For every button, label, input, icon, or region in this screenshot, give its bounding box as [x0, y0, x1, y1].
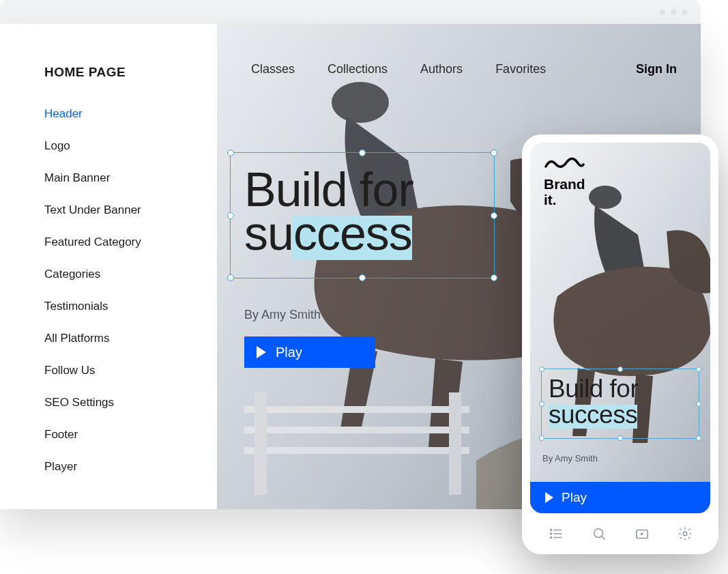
mobile-hero-selection[interactable]: Build for success — [541, 369, 699, 439]
window-dot[interactable] — [682, 10, 687, 15]
play-icon — [257, 346, 266, 358]
mobile-hero-heading[interactable]: Build for success — [542, 369, 699, 427]
svg-point-1 — [332, 82, 389, 123]
svg-point-12 — [550, 530, 551, 531]
brand-text: Brand it. — [544, 177, 585, 207]
svg-rect-5 — [254, 392, 267, 495]
svg-marker-18 — [641, 532, 644, 536]
play-label: Play — [276, 345, 302, 360]
sidebar-item-logo[interactable]: Logo — [44, 139, 217, 153]
hero-heading[interactable]: Build for success — [231, 153, 494, 256]
search-icon[interactable] — [592, 526, 607, 541]
svg-rect-4 — [244, 447, 469, 454]
sidebar-item-featured-category[interactable]: Featured Category — [44, 235, 217, 249]
sidebar-item-testimonials[interactable]: Testimonials — [44, 300, 217, 313]
resize-handle-br[interactable] — [491, 274, 497, 281]
nav-classes[interactable]: Classes — [251, 62, 295, 76]
sidebar-item-text-under-banner[interactable]: Text Under Banner — [44, 203, 217, 217]
nav-collections[interactable]: Collections — [327, 62, 388, 76]
sidebar-item-header[interactable]: Header — [44, 107, 217, 121]
play-button[interactable]: Play — [244, 336, 375, 368]
sidebar-title: HOME PAGE — [44, 65, 217, 80]
svg-point-14 — [550, 537, 551, 539]
svg-line-16 — [602, 536, 605, 539]
nav-favorites[interactable]: Favorites — [495, 62, 546, 76]
resize-handle-ml[interactable] — [227, 212, 234, 219]
sidebar: HOME PAGE Header Logo Main Banner Text U… — [0, 24, 217, 509]
brand-logo-icon — [544, 156, 585, 170]
resize-handle-bm[interactable] — [617, 435, 623, 441]
resize-handle-tm[interactable] — [617, 367, 623, 372]
resize-handle-tr[interactable] — [491, 149, 497, 156]
sidebar-item-footer[interactable]: Footer — [44, 428, 217, 442]
mobile-screen: Brand it. Build for success By Amy Smith — [530, 143, 710, 513]
sidebar-item-all-platforms[interactable]: All Platforms — [44, 332, 217, 345]
mobile-tabbar — [522, 513, 718, 554]
hero-line2: success — [244, 207, 412, 260]
mobile-hero-line2: success — [549, 401, 637, 429]
sidebar-item-main-banner[interactable]: Main Banner — [44, 171, 217, 185]
browser-titlebar — [0, 0, 701, 24]
hero-byline: By Amy Smith — [244, 308, 321, 322]
resize-handle-tm[interactable] — [359, 149, 366, 156]
brand-line1: Brand — [544, 177, 585, 192]
mobile-byline: By Amy Smith — [542, 453, 598, 463]
window-dot[interactable] — [671, 10, 676, 15]
sidebar-item-seo-settings[interactable]: SEO Settings — [44, 396, 217, 410]
resize-handle-tl[interactable] — [539, 367, 544, 372]
resize-handle-bm[interactable] — [359, 274, 366, 281]
video-icon[interactable] — [635, 526, 650, 541]
resize-handle-tr[interactable] — [696, 367, 701, 372]
sign-in-link[interactable]: Sign In — [636, 62, 677, 76]
sidebar-item-follow-us[interactable]: Follow Us — [44, 364, 217, 377]
svg-point-8 — [589, 186, 622, 209]
resize-handle-bl[interactable] — [539, 435, 544, 441]
svg-point-19 — [683, 532, 687, 536]
mobile-hero-line1: Build for — [549, 376, 692, 402]
brand-line2: it. — [544, 192, 585, 208]
resize-handle-bl[interactable] — [227, 274, 234, 281]
hero-text-selection[interactable]: Build for success — [230, 152, 495, 278]
resize-handle-ml[interactable] — [539, 401, 544, 407]
nav-authors[interactable]: Authors — [420, 62, 463, 76]
play-icon — [545, 492, 553, 503]
mobile-play-button[interactable]: Play — [530, 482, 710, 513]
hero-line1: Build for — [244, 168, 480, 212]
list-icon[interactable] — [549, 526, 564, 541]
svg-point-13 — [550, 533, 551, 534]
svg-rect-2 — [244, 406, 469, 413]
sidebar-item-player[interactable]: Player — [44, 460, 217, 474]
mobile-brand: Brand it. — [544, 156, 585, 207]
sidebar-item-categories[interactable]: Categories — [44, 268, 217, 281]
svg-rect-6 — [449, 392, 461, 495]
resize-handle-mr[interactable] — [696, 401, 701, 407]
resize-handle-mr[interactable] — [491, 212, 497, 219]
window-controls — [660, 10, 687, 15]
svg-rect-3 — [244, 427, 469, 433]
svg-point-15 — [594, 529, 602, 538]
gear-icon[interactable] — [678, 526, 693, 541]
mobile-preview: Brand it. Build for success By Amy Smith — [522, 134, 718, 554]
mobile-play-label: Play — [562, 490, 587, 505]
resize-handle-br[interactable] — [696, 435, 701, 441]
window-dot[interactable] — [660, 10, 665, 15]
preview-top-nav: Classes Collections Authors Favorites Si… — [251, 62, 677, 76]
resize-handle-tl[interactable] — [227, 149, 234, 156]
